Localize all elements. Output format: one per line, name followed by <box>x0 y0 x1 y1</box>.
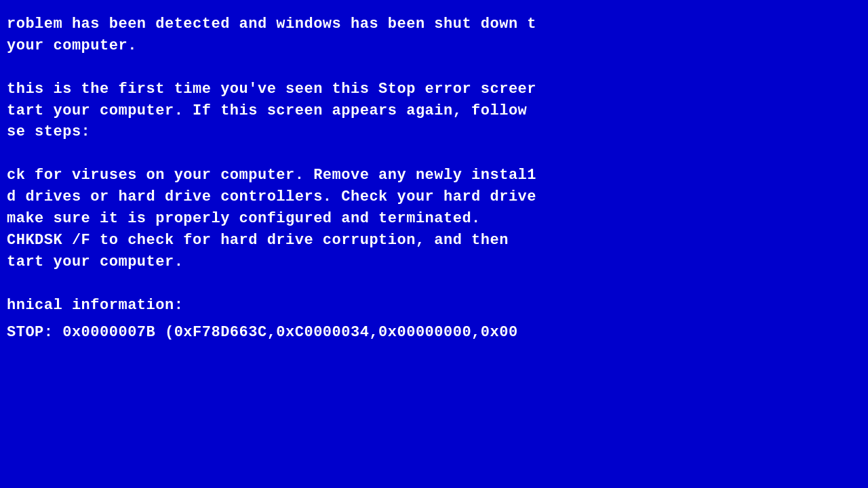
line10: make sure it is properly configured and … <box>7 210 481 227</box>
bsod-text-block: roblem has been detected and windows has… <box>0 14 868 316</box>
stop-error-line: STOP: 0x0000007B (0xF78D663C,0xC0000034,… <box>0 324 868 341</box>
line14: hnical information: <box>7 297 183 314</box>
line1: roblem has been detected and windows has… <box>7 16 536 33</box>
line4: this is the first time you've seen this … <box>7 81 536 98</box>
line2: your computer. <box>7 37 137 54</box>
bsod-screen: roblem has been detected and windows has… <box>0 0 868 488</box>
line11: CHKDSK /F to check for hard drive corrup… <box>7 232 509 249</box>
line9: d drives or hard drive controllers. Chec… <box>7 188 536 205</box>
line6: se steps: <box>7 123 90 140</box>
line12: tart your computer. <box>7 253 183 270</box>
line8: ck for viruses on your computer. Remove … <box>7 167 536 184</box>
line5: tart your computer. If this screen appea… <box>7 102 527 119</box>
